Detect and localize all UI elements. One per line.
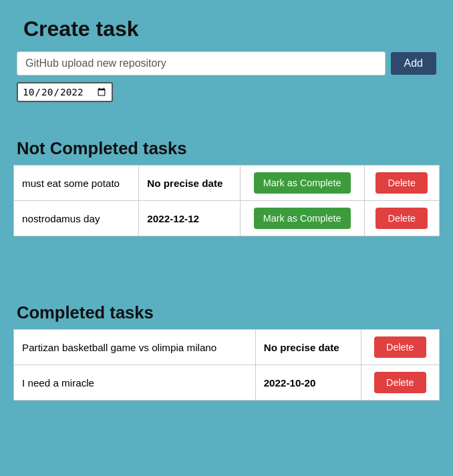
- mark-complete-cell: Mark as Complete: [240, 166, 364, 201]
- task-date-input[interactable]: [17, 82, 113, 102]
- table-row: nostrodamus day 2022-12-12 Mark as Compl…: [14, 201, 440, 236]
- mark-complete-button[interactable]: Mark as Complete: [254, 172, 351, 194]
- task-text-input[interactable]: [17, 51, 386, 75]
- task-name: Partizan basketball game vs olimpia mila…: [14, 330, 256, 365]
- task-input-row: Add: [17, 51, 436, 75]
- completed-section: Completed tasks Partizan basketball game…: [13, 303, 440, 401]
- completed-table: Partizan basketball game vs olimpia mila…: [13, 329, 440, 401]
- delete-cell: Delete: [364, 166, 439, 201]
- delete-cell: Delete: [364, 201, 439, 236]
- task-name: must eat some potato: [14, 166, 139, 201]
- delete-cell: Delete: [361, 365, 439, 401]
- task-date: 2022-10-20: [255, 365, 361, 401]
- task-name: nostrodamus day: [14, 201, 139, 236]
- mark-complete-cell: Mark as Complete: [240, 201, 364, 236]
- not-completed-heading: Not Completed tasks: [17, 139, 440, 158]
- delete-button[interactable]: Delete: [375, 172, 428, 194]
- page-title: Create task: [23, 17, 436, 41]
- add-task-button[interactable]: Add: [391, 52, 436, 75]
- create-section: Create task Add: [13, 7, 440, 105]
- delete-cell: Delete: [361, 330, 439, 365]
- table-row: Partizan basketball game vs olimpia mila…: [14, 330, 440, 365]
- completed-heading: Completed tasks: [17, 303, 440, 322]
- delete-button[interactable]: Delete: [374, 372, 426, 393]
- delete-button[interactable]: Delete: [375, 208, 428, 229]
- task-name: I need a miracle: [14, 365, 256, 401]
- mark-complete-button[interactable]: Mark as Complete: [254, 208, 351, 229]
- task-date: No precise date: [139, 166, 240, 201]
- not-completed-section: Not Completed tasks must eat some potato…: [13, 139, 440, 236]
- delete-button[interactable]: Delete: [374, 336, 426, 358]
- not-completed-table: must eat some potato No precise date Mar…: [13, 165, 440, 236]
- task-date: No precise date: [255, 330, 361, 365]
- table-row: I need a miracle 2022-10-20 Delete: [14, 365, 440, 401]
- task-date: 2022-12-12: [139, 201, 240, 236]
- table-row: must eat some potato No precise date Mar…: [14, 166, 440, 201]
